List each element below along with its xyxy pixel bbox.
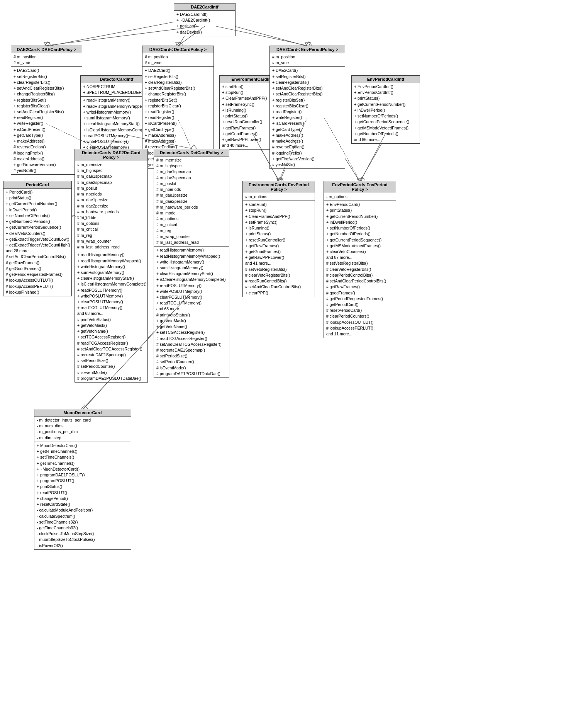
box-envperiodcard-envperiod-header: EnvPeriodCard< EnvPeriodPolicy > [324, 181, 396, 193]
box-detectorcard-dae2detcard-attrs: # m_memsize # m_highspec # m_dae1specmap… [75, 161, 147, 251]
box-muondetectorcard: MuonDetectorCard - m_detector_inputs_per… [34, 409, 131, 550]
box-environmentcard-envperiod-methods: + startRun() + stopRun() + ClearFramesAn… [243, 201, 315, 297]
box-detectorcard-detcardpolicy-attrs: # m_memsize # m_highspec # m_dae1specmap… [154, 156, 229, 247]
diagram-container: DAE2CardIntf + DAE2CardIntf() + ~DAE2Car… [0, 0, 588, 709]
box-dae2card-daecardpolicy-methods: + DAE2Card() + setRegisterBits() + clear… [11, 67, 82, 174]
box-envperiodcardintf-methods: + EnvPeriodCardIntf() + EnvPeriodCardInt… [352, 83, 420, 143]
box-dae2card-envperiodpolicy-attrs: # m_position # m_vme [270, 53, 345, 67]
box-detectorcard-detcardpolicy-methods: + readHistogramMemory() + readHistogramM… [154, 247, 229, 377]
box-dae2card-envperiodpolicy-methods: + DAE2Card() + setRegisterBits() + clear… [270, 67, 345, 168]
box-detectorcard-dae2detcard-methods: + readHistogramMemory() + readHistogramM… [75, 251, 147, 382]
box-muondetectorcard-header: MuonDetectorCard [34, 409, 131, 417]
box-dae2cardintf: DAE2CardIntf + DAE2CardIntf() + ~DAE2Car… [174, 3, 236, 36]
box-envperiodcard-envperiod-methods: + EnvPeriodCard() + printStatus() + getC… [324, 201, 396, 338]
box-dae2card-daecardpolicy-attrs: # m_position # m_vme [11, 53, 82, 67]
box-dae2card-daecardpolicy: DAE2Card< DAECardPolicy > # m_position #… [11, 46, 82, 175]
box-dae2cardintf-section1: + DAE2CardIntf() + ~DAE2CardIntf() + pos… [174, 11, 235, 36]
box-detectorcard-dae2detcard-header: DetectorCard< DAE2DetCardPolicy > [75, 149, 147, 161]
box-dae2card-envperiodpolicy: DAE2Card< EnvPeriodPolicy > # m_position… [269, 46, 345, 169]
box-dae2card-envperiodpolicy-header: DAE2Card< EnvPeriodPolicy > [270, 46, 345, 53]
svg-line-0 [47, 21, 178, 46]
box-dae2cardintf-header: DAE2CardIntf [174, 3, 235, 11]
box-detectorcard-detcardpolicy: DetectorCard< DetCardPolicy > # m_memsiz… [154, 149, 229, 378]
box-envperiodcard-envperiod-attrs: - m_options [324, 193, 396, 201]
box-environmentcard-envperiod-attrs: # m_options [243, 193, 315, 201]
box-muondetectorcard-attrs: - m_detector_inputs_per_card - m_num_dim… [34, 417, 131, 442]
box-periodcard-header: PeriodCard [3, 181, 71, 189]
box-dae2card-detcardpolicy-attrs: # m_position # m_vme [142, 53, 214, 67]
box-dae2card-detcardpolicy-header: DAE2Card< DetCardPolicy > [142, 46, 214, 53]
box-envperiodcardintf: EnvPeriodCardIntf + EnvPeriodCardIntf() … [351, 75, 420, 144]
box-detectorcard-dae2detcard: DetectorCard< DAE2DetCardPolicy > # m_me… [75, 149, 148, 383]
box-muondetectorcard-methods: + MuonDetectorCard() + getNTimeChannels(… [34, 442, 131, 549]
box-dae2card-daecardpolicy-header: DAE2Card< DAECardPolicy > [11, 46, 82, 53]
box-environmentcard-envperiod-header: EnvironmentCard< EnvPeriodPolicy > [243, 181, 315, 193]
box-envperiodcard-envperiod: EnvPeriodCard< EnvPeriodPolicy > - m_opt… [324, 181, 396, 338]
box-periodcard: PeriodCard + PeriodCard() + printStatus(… [3, 181, 72, 296]
box-periodcard-methods: + PeriodCard() + printStatus() + getCurr… [3, 189, 71, 296]
box-envperiodcardintf-header: EnvPeriodCardIntf [352, 76, 420, 83]
box-detectorcard-detcardpolicy-header: DetectorCard< DetCardPolicy > [154, 149, 229, 156]
box-environmentcard-envperiod: EnvironmentCard< EnvPeriodPolicy > # m_o… [242, 181, 315, 297]
